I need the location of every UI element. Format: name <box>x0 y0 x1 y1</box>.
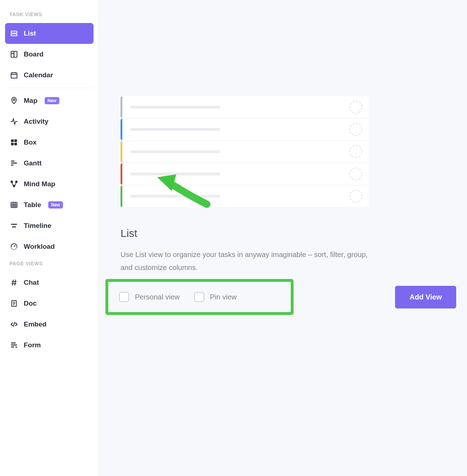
add-view-button[interactable]: Add View <box>395 286 456 308</box>
sidebar-item-label: Activity <box>24 118 49 125</box>
sidebar-item-label: Gantt <box>24 159 42 167</box>
svg-point-17 <box>11 181 13 183</box>
sidebar-item-box[interactable]: Box <box>5 132 94 153</box>
preview-placeholder-circle <box>349 190 362 203</box>
sidebar-item-table[interactable]: Table New <box>5 194 94 215</box>
svg-rect-38 <box>11 344 17 345</box>
view-detail: List Use List view to organize your task… <box>121 227 369 281</box>
sidebar-item-label: List <box>24 29 36 37</box>
sidebar-item-form[interactable]: Form <box>5 335 94 356</box>
list-icon <box>10 29 18 37</box>
sidebar-item-label: Board <box>24 50 44 58</box>
preview-stripe <box>121 186 122 207</box>
sidebar-item-gantt[interactable]: Gantt <box>5 153 94 174</box>
preview-placeholder-bar <box>130 195 220 198</box>
new-badge: New <box>45 97 59 104</box>
preview-placeholder-circle <box>349 101 362 114</box>
board-icon <box>10 50 18 58</box>
pin-view-label: Pin view <box>210 293 237 301</box>
activity-icon <box>10 118 18 125</box>
svg-rect-16 <box>11 165 13 166</box>
svg-rect-25 <box>11 224 17 225</box>
svg-rect-13 <box>14 143 17 145</box>
sidebar-item-mindmap[interactable]: Mind Map <box>5 174 94 194</box>
svg-line-31 <box>15 280 16 286</box>
preview-placeholder-circle <box>349 123 362 136</box>
personal-view-label: Personal view <box>135 293 180 301</box>
doc-icon <box>10 299 18 307</box>
mindmap-icon <box>10 180 18 188</box>
sidebar-item-activity[interactable]: Activity <box>5 111 94 132</box>
sidebar-item-doc[interactable]: Doc <box>5 293 94 314</box>
svg-point-18 <box>15 181 17 183</box>
timeline-icon <box>10 222 18 230</box>
section-header-page-views: PAGE VIEWS <box>5 257 94 270</box>
svg-rect-14 <box>11 161 14 162</box>
preview-row <box>121 163 369 185</box>
sidebar-item-list[interactable]: List <box>5 23 94 44</box>
sidebar-item-label: Timeline <box>24 222 51 230</box>
svg-line-36 <box>13 322 15 327</box>
sidebar-item-label: Chat <box>24 279 39 287</box>
svg-line-27 <box>14 245 15 247</box>
personal-view-option[interactable]: Personal view <box>119 292 180 302</box>
sidebar-item-workload[interactable]: Workload <box>5 236 94 257</box>
svg-rect-15 <box>11 163 17 164</box>
svg-rect-11 <box>14 139 17 142</box>
table-icon <box>10 201 18 209</box>
sidebar-item-label: Box <box>24 138 37 146</box>
svg-rect-5 <box>11 73 17 78</box>
sidebar: TASK VIEWS List Board Calendar Map New A… <box>0 0 99 476</box>
workload-icon <box>10 243 18 251</box>
sidebar-item-label: Embed <box>24 320 46 328</box>
preview-stripe <box>121 119 122 140</box>
preview-row <box>121 96 369 118</box>
preview-stripe <box>121 163 122 185</box>
sidebar-item-label: Doc <box>24 299 37 307</box>
svg-line-30 <box>12 280 13 286</box>
pin-view-option[interactable]: Pin view <box>194 292 237 302</box>
svg-point-9 <box>13 99 15 101</box>
preview-placeholder-bar <box>130 106 220 109</box>
view-options-highlight: Personal view Pin view <box>105 279 294 315</box>
preview-stripe <box>121 141 122 163</box>
sidebar-item-embed[interactable]: Embed <box>5 314 94 335</box>
divider <box>5 88 94 88</box>
sidebar-item-label: Mind Map <box>24 180 55 188</box>
sidebar-item-label: Map <box>24 97 37 105</box>
preview-placeholder-circle <box>349 145 362 158</box>
personal-view-checkbox[interactable] <box>119 292 129 302</box>
list-preview-illustration <box>121 96 369 208</box>
preview-stripe <box>121 96 122 118</box>
hash-icon <box>10 279 18 287</box>
pin-view-checkbox[interactable] <box>194 292 204 302</box>
embed-icon <box>10 320 18 328</box>
options-row: Personal view Pin view Add View <box>105 279 467 315</box>
sidebar-item-chat[interactable]: Chat <box>5 272 94 293</box>
preview-placeholder-bar <box>130 173 220 175</box>
sidebar-item-label: Form <box>24 341 41 349</box>
main-panel: List Use List view to organize your task… <box>99 0 467 476</box>
form-icon <box>10 341 18 349</box>
preview-placeholder-bar <box>130 150 220 153</box>
preview-row <box>121 119 369 140</box>
sidebar-item-map[interactable]: Map New <box>5 90 94 111</box>
preview-placeholder-bar <box>130 128 220 131</box>
svg-rect-26 <box>12 226 16 228</box>
map-pin-icon <box>10 97 18 105</box>
svg-rect-12 <box>11 143 14 145</box>
new-badge: New <box>48 201 63 209</box>
svg-rect-37 <box>11 343 16 344</box>
svg-rect-0 <box>11 31 17 33</box>
gantt-icon <box>10 159 18 167</box>
sidebar-item-calendar[interactable]: Calendar <box>5 65 94 86</box>
view-title: List <box>121 227 369 239</box>
preview-row <box>121 141 369 163</box>
svg-rect-39 <box>11 347 14 348</box>
sidebar-item-timeline[interactable]: Timeline <box>5 215 94 236</box>
sidebar-item-board[interactable]: Board <box>5 44 94 65</box>
calendar-icon <box>10 71 18 79</box>
sidebar-item-label: Calendar <box>24 71 53 79</box>
svg-rect-1 <box>11 34 17 36</box>
preview-placeholder-circle <box>349 168 362 180</box>
